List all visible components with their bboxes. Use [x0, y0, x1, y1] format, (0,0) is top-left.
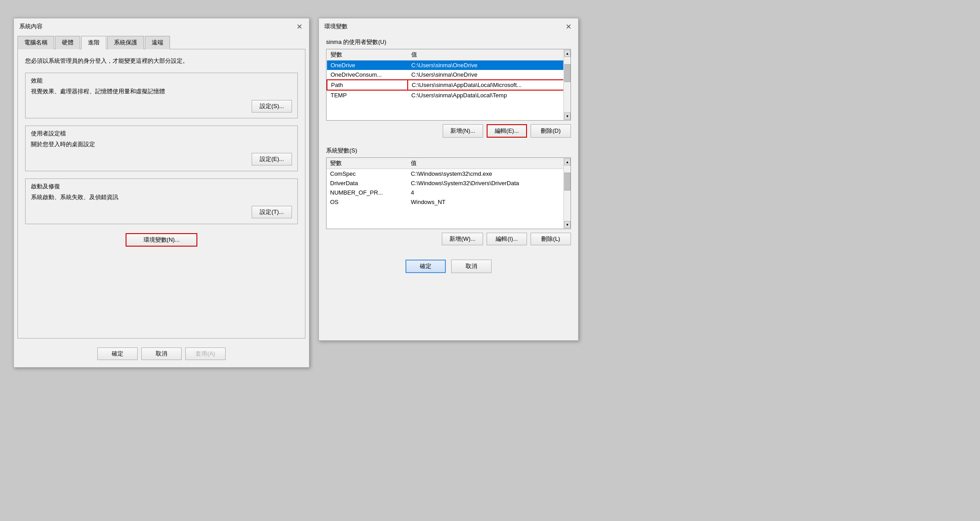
sys-var-cell: DriverData: [327, 178, 407, 188]
sys-var-col-header: 變數: [327, 158, 407, 169]
sys-new-button[interactable]: 新增(W)...: [442, 233, 483, 245]
user-profile-settings-button[interactable]: 設定(E)...: [252, 153, 292, 165]
user-val-cell: C:\Users\sinma\AppData\Local\Microsoft..…: [408, 80, 570, 90]
sys-scrollbar-up-arrow[interactable]: ▲: [564, 158, 571, 165]
env-dialog-bottom: 確定 取消: [319, 252, 578, 280]
notice-text: 您必須以系統管理員的身分登入，才能變更這裡的大部分設定。: [25, 56, 298, 65]
tabs-bar: 電腦名稱 硬體 進階 系統保護 遠端: [14, 33, 309, 49]
sys-edit-button[interactable]: 編輯(I)...: [487, 233, 527, 245]
performance-label: 效能: [31, 77, 292, 85]
table-row[interactable]: DriverData C:\Windows\System32\Drivers\D…: [327, 178, 571, 188]
user-val-cell: C:\Users\sinma\OneDrive: [408, 70, 570, 80]
system-properties-ok-button[interactable]: 確定: [97, 347, 138, 360]
user-profile-section: 使用者設定檔 關於您登入時的桌面設定 設定(E)...: [25, 126, 298, 171]
user-var-cell: OneDriveConsum...: [327, 70, 408, 80]
user-variables-label: sinma 的使用者變數(U): [326, 38, 571, 46]
startup-recovery-desc: 系統啟動、系統失敗、及偵錯資訊: [31, 193, 292, 201]
table-row[interactable]: ComSpec C:\Windows\system32\cmd.exe: [327, 169, 571, 179]
scrollbar-thumb[interactable]: [564, 64, 571, 82]
table-row[interactable]: Path C:\Users\sinma\AppData\Local\Micros…: [327, 80, 570, 90]
table-row[interactable]: TEMP C:\Users\sinma\AppData\Local\Temp: [327, 90, 570, 100]
env-cancel-button[interactable]: 取消: [451, 260, 492, 273]
sys-scrollbar-thumb[interactable]: [564, 173, 571, 191]
table-row[interactable]: OS Windows_NT: [327, 197, 571, 207]
system-properties-title: 系統內容: [19, 22, 43, 30]
environment-variables-dialog: 環境變數 ✕ sinma 的使用者變數(U) 變數 值 OneDrive: [318, 18, 579, 341]
user-variables-table: 變數 值 OneDrive C:\Users\sinma\OneDrive On…: [327, 49, 571, 100]
startup-recovery-settings-button[interactable]: 設定(T)...: [252, 206, 292, 218]
user-var-cell: Path: [327, 80, 408, 90]
performance-desc: 視覺效果、處理器排程、記憶體使用量和虛擬記憶體: [31, 87, 292, 96]
table-row[interactable]: OneDriveConsum... C:\Users\sinma\OneDriv…: [327, 70, 570, 80]
user-var-cell: TEMP: [327, 90, 408, 100]
performance-settings-button[interactable]: 設定(S)...: [252, 100, 292, 113]
tab-advanced[interactable]: 進階: [81, 36, 106, 49]
table-row[interactable]: OneDrive C:\Users\sinma\OneDrive: [327, 61, 570, 70]
user-delete-button[interactable]: 刪除(D): [531, 124, 571, 138]
system-variables-table: 變數 值 ComSpec C:\Windows\system32\cmd.exe…: [327, 158, 571, 207]
sys-vars-scrollbar[interactable]: ▲ ▼: [563, 158, 571, 229]
scrollbar-down-arrow[interactable]: ▼: [564, 113, 571, 120]
tab-remote[interactable]: 遠端: [145, 36, 170, 49]
user-variables-table-wrapper: 變數 值 OneDrive C:\Users\sinma\OneDrive On…: [326, 49, 571, 121]
sys-vars-buttons: 新增(W)... 編輯(I)... 刪除(L): [326, 233, 571, 245]
user-edit-button[interactable]: 編輯(E)...: [487, 124, 527, 138]
sys-val-cell: C:\Windows\system32\cmd.exe: [407, 169, 571, 179]
scrollbar-up-arrow[interactable]: ▲: [564, 50, 571, 57]
user-var-col-header: 變數: [327, 49, 408, 61]
user-variables-section: sinma 的使用者變數(U) 變數 值 OneDrive C:\Users\s…: [326, 38, 571, 121]
system-variables-table-wrapper: 變數 值 ComSpec C:\Windows\system32\cmd.exe…: [326, 157, 571, 229]
system-variables-section: 系統變數(S) 變數 值 ComSpec C:\Windows\system32…: [326, 147, 571, 229]
user-vars-buttons: 新增(N)... 編輯(E)... 刪除(D): [326, 124, 571, 138]
sys-val-col-header: 值: [407, 158, 571, 169]
env-dialog-titlebar: 環境變數 ✕: [319, 18, 578, 33]
user-var-cell: OneDrive: [327, 61, 408, 70]
env-button-row: 環境變數(N)...: [25, 233, 298, 247]
startup-recovery-label: 啟動及修復: [31, 182, 292, 191]
tab-hardware[interactable]: 硬體: [55, 36, 80, 49]
system-variables-table-container[interactable]: 變數 值 ComSpec C:\Windows\system32\cmd.exe…: [326, 157, 571, 229]
user-val-col-header: 值: [408, 49, 570, 61]
user-val-cell: C:\Users\sinma\OneDrive: [408, 61, 570, 70]
performance-section: 效能 視覺效果、處理器排程、記憶體使用量和虛擬記憶體 設定(S)...: [25, 73, 298, 118]
user-vars-scrollbar[interactable]: ▲ ▼: [563, 49, 571, 120]
user-val-cell: C:\Users\sinma\AppData\Local\Temp: [408, 90, 570, 100]
sys-var-cell: ComSpec: [327, 169, 407, 179]
sys-val-cell: C:\Windows\System32\Drivers\DriverData: [407, 178, 571, 188]
env-dialog-title: 環境變數: [324, 22, 348, 30]
startup-recovery-section: 啟動及修復 系統啟動、系統失敗、及偵錯資訊 設定(T)...: [25, 178, 298, 224]
sys-val-cell: Windows_NT: [407, 197, 571, 207]
tab-system-protection[interactable]: 系統保護: [107, 36, 144, 49]
user-profile-label: 使用者設定檔: [31, 130, 292, 138]
environment-variables-button[interactable]: 環境變數(N)...: [126, 233, 197, 247]
sys-val-cell: 4: [407, 188, 571, 197]
table-row[interactable]: NUMBER_OF_PR... 4: [327, 188, 571, 197]
env-ok-button[interactable]: 確定: [405, 260, 446, 273]
system-properties-bottom: 確定 取消 套用(A): [14, 342, 309, 367]
sys-var-cell: NUMBER_OF_PR...: [327, 188, 407, 197]
tab-advanced-content: 您必須以系統管理員的身分登入，才能變更這裡的大部分設定。 效能 視覺效果、處理器…: [17, 49, 305, 339]
sys-scrollbar-down-arrow[interactable]: ▼: [564, 221, 571, 228]
user-variables-table-container[interactable]: 變數 值 OneDrive C:\Users\sinma\OneDrive On…: [326, 49, 571, 121]
sys-delete-button[interactable]: 刪除(L): [531, 233, 571, 245]
user-profile-desc: 關於您登入時的桌面設定: [31, 140, 292, 148]
system-properties-apply-button[interactable]: 套用(A): [185, 347, 226, 360]
user-new-button[interactable]: 新增(N)...: [443, 124, 483, 138]
system-properties-dialog: 系統內容 ✕ 電腦名稱 硬體 進階 系統保護 遠端 您必須以系統管理員的身分登入…: [13, 18, 309, 368]
sys-var-cell: OS: [327, 197, 407, 207]
system-variables-label: 系統變數(S): [326, 147, 571, 155]
system-properties-titlebar: 系統內容 ✕: [14, 18, 309, 33]
tab-computer-name[interactable]: 電腦名稱: [17, 36, 54, 49]
env-dialog-close-button[interactable]: ✕: [564, 22, 573, 31]
system-properties-close-button[interactable]: ✕: [295, 22, 304, 31]
system-properties-cancel-button[interactable]: 取消: [141, 347, 182, 360]
